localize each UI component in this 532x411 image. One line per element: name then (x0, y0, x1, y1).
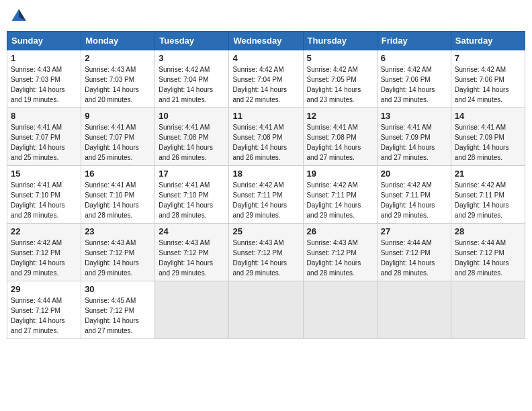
day-number: 4 (232, 53, 299, 63)
day-number: 9 (85, 111, 151, 121)
calendar-cell (155, 281, 229, 339)
calendar-cell: 15Sunrise: 4:41 AM Sunset: 7:10 PM Dayli… (7, 166, 81, 224)
day-info: Sunrise: 4:42 AM Sunset: 7:12 PM Dayligh… (11, 238, 77, 278)
calendar-cell: 29Sunrise: 4:44 AM Sunset: 7:12 PM Dayli… (7, 281, 81, 339)
day-info: Sunrise: 4:41 AM Sunset: 7:10 PM Dayligh… (11, 180, 77, 220)
day-number: 11 (232, 111, 299, 121)
day-number: 6 (381, 53, 447, 63)
day-number: 19 (307, 169, 373, 179)
calendar-cell: 28Sunrise: 4:44 AM Sunset: 7:12 PM Dayli… (451, 224, 525, 281)
day-number: 29 (11, 284, 77, 294)
calendar-week-row: 8Sunrise: 4:41 AM Sunset: 7:07 PM Daylig… (7, 108, 525, 166)
day-number: 10 (159, 111, 225, 121)
day-number: 3 (159, 53, 225, 63)
day-number: 1 (11, 53, 77, 63)
day-number: 17 (159, 169, 225, 179)
day-info: Sunrise: 4:44 AM Sunset: 7:12 PM Dayligh… (11, 295, 77, 336)
day-number: 22 (11, 226, 77, 236)
day-info: Sunrise: 4:42 AM Sunset: 7:06 PM Dayligh… (381, 64, 447, 105)
calendar-header-sunday: Sunday (7, 32, 81, 50)
calendar-cell (229, 281, 303, 339)
calendar-cell (303, 281, 377, 339)
calendar-cell: 11Sunrise: 4:41 AM Sunset: 7:08 PM Dayli… (229, 108, 303, 166)
day-number: 18 (232, 169, 299, 179)
calendar-cell: 20Sunrise: 4:42 AM Sunset: 7:11 PM Dayli… (377, 166, 451, 224)
day-info: Sunrise: 4:42 AM Sunset: 7:11 PM Dayligh… (307, 180, 373, 220)
day-number: 23 (85, 226, 151, 236)
calendar-cell: 6Sunrise: 4:42 AM Sunset: 7:06 PM Daylig… (377, 50, 451, 108)
day-number: 7 (455, 53, 521, 63)
day-info: Sunrise: 4:43 AM Sunset: 7:12 PM Dayligh… (85, 238, 151, 278)
calendar-cell (451, 281, 525, 339)
calendar-week-row: 1Sunrise: 4:43 AM Sunset: 7:03 PM Daylig… (7, 50, 525, 108)
calendar-cell: 5Sunrise: 4:42 AM Sunset: 7:05 PM Daylig… (303, 50, 377, 108)
day-number: 13 (381, 111, 447, 121)
day-info: Sunrise: 4:42 AM Sunset: 7:11 PM Dayligh… (381, 180, 447, 220)
calendar-week-row: 22Sunrise: 4:42 AM Sunset: 7:12 PM Dayli… (7, 224, 525, 281)
calendar-cell: 13Sunrise: 4:41 AM Sunset: 7:09 PM Dayli… (377, 108, 451, 166)
day-info: Sunrise: 4:42 AM Sunset: 7:04 PM Dayligh… (159, 64, 225, 105)
calendar-cell: 8Sunrise: 4:41 AM Sunset: 7:07 PM Daylig… (7, 108, 81, 166)
calendar-cell: 9Sunrise: 4:41 AM Sunset: 7:07 PM Daylig… (81, 108, 155, 166)
calendar-cell: 3Sunrise: 4:42 AM Sunset: 7:04 PM Daylig… (155, 50, 229, 108)
day-number: 14 (455, 111, 521, 121)
calendar-cell (377, 281, 451, 339)
day-number: 8 (11, 111, 77, 121)
calendar-header-row: SundayMondayTuesdayWednesdayThursdayFrid… (7, 32, 525, 50)
calendar-cell: 24Sunrise: 4:43 AM Sunset: 7:12 PM Dayli… (155, 224, 229, 281)
calendar-cell: 23Sunrise: 4:43 AM Sunset: 7:12 PM Dayli… (81, 224, 155, 281)
calendar-cell: 1Sunrise: 4:43 AM Sunset: 7:03 PM Daylig… (7, 50, 81, 108)
day-number: 20 (381, 169, 447, 179)
day-info: Sunrise: 4:41 AM Sunset: 7:07 PM Dayligh… (11, 122, 77, 163)
day-info: Sunrise: 4:41 AM Sunset: 7:08 PM Dayligh… (307, 122, 373, 163)
calendar-cell: 16Sunrise: 4:41 AM Sunset: 7:10 PM Dayli… (81, 166, 155, 224)
calendar-cell: 26Sunrise: 4:43 AM Sunset: 7:12 PM Dayli… (303, 224, 377, 281)
day-info: Sunrise: 4:43 AM Sunset: 7:03 PM Dayligh… (85, 64, 151, 105)
day-number: 12 (307, 111, 373, 121)
calendar-header-thursday: Thursday (303, 32, 377, 50)
calendar-cell: 17Sunrise: 4:41 AM Sunset: 7:10 PM Dayli… (155, 166, 229, 224)
day-info: Sunrise: 4:41 AM Sunset: 7:08 PM Dayligh… (232, 122, 299, 163)
day-number: 15 (11, 169, 77, 179)
calendar-cell: 18Sunrise: 4:42 AM Sunset: 7:11 PM Dayli… (229, 166, 303, 224)
day-info: Sunrise: 4:43 AM Sunset: 7:12 PM Dayligh… (307, 238, 373, 278)
logo-icon (9, 7, 28, 26)
day-info: Sunrise: 4:41 AM Sunset: 7:07 PM Dayligh… (85, 122, 151, 163)
page-header (7, 7, 525, 26)
calendar-cell: 2Sunrise: 4:43 AM Sunset: 7:03 PM Daylig… (81, 50, 155, 108)
day-info: Sunrise: 4:43 AM Sunset: 7:12 PM Dayligh… (159, 238, 225, 278)
day-number: 26 (307, 226, 373, 236)
day-info: Sunrise: 4:42 AM Sunset: 7:06 PM Dayligh… (455, 64, 521, 105)
day-info: Sunrise: 4:42 AM Sunset: 7:05 PM Dayligh… (307, 64, 373, 105)
calendar-header-friday: Friday (377, 32, 451, 50)
day-info: Sunrise: 4:42 AM Sunset: 7:04 PM Dayligh… (232, 64, 299, 105)
calendar-cell: 7Sunrise: 4:42 AM Sunset: 7:06 PM Daylig… (451, 50, 525, 108)
calendar-cell: 25Sunrise: 4:43 AM Sunset: 7:12 PM Dayli… (229, 224, 303, 281)
day-number: 28 (455, 226, 521, 236)
day-number: 16 (85, 169, 151, 179)
calendar-cell: 12Sunrise: 4:41 AM Sunset: 7:08 PM Dayli… (303, 108, 377, 166)
calendar-table: SundayMondayTuesdayWednesdayThursdayFrid… (7, 31, 525, 339)
day-info: Sunrise: 4:41 AM Sunset: 7:08 PM Dayligh… (159, 122, 225, 163)
day-info: Sunrise: 4:44 AM Sunset: 7:12 PM Dayligh… (381, 238, 447, 278)
day-info: Sunrise: 4:43 AM Sunset: 7:03 PM Dayligh… (11, 64, 77, 105)
day-info: Sunrise: 4:43 AM Sunset: 7:12 PM Dayligh… (232, 238, 299, 278)
calendar-cell: 14Sunrise: 4:41 AM Sunset: 7:09 PM Dayli… (451, 108, 525, 166)
calendar-header-tuesday: Tuesday (155, 32, 229, 50)
day-info: Sunrise: 4:41 AM Sunset: 7:09 PM Dayligh… (381, 122, 447, 163)
day-number: 30 (85, 284, 151, 294)
day-info: Sunrise: 4:41 AM Sunset: 7:10 PM Dayligh… (85, 180, 151, 220)
calendar-header-saturday: Saturday (451, 32, 525, 50)
day-info: Sunrise: 4:41 AM Sunset: 7:10 PM Dayligh… (159, 180, 225, 220)
day-number: 5 (307, 53, 373, 63)
day-number: 24 (159, 226, 225, 236)
day-number: 21 (455, 169, 521, 179)
calendar-cell: 22Sunrise: 4:42 AM Sunset: 7:12 PM Dayli… (7, 224, 81, 281)
day-number: 27 (381, 226, 447, 236)
day-info: Sunrise: 4:42 AM Sunset: 7:11 PM Dayligh… (232, 180, 299, 220)
calendar-cell: 21Sunrise: 4:42 AM Sunset: 7:11 PM Dayli… (451, 166, 525, 224)
logo (9, 7, 31, 26)
day-info: Sunrise: 4:42 AM Sunset: 7:11 PM Dayligh… (455, 180, 521, 220)
calendar-week-row: 29Sunrise: 4:44 AM Sunset: 7:12 PM Dayli… (7, 281, 525, 339)
day-number: 25 (232, 226, 299, 236)
